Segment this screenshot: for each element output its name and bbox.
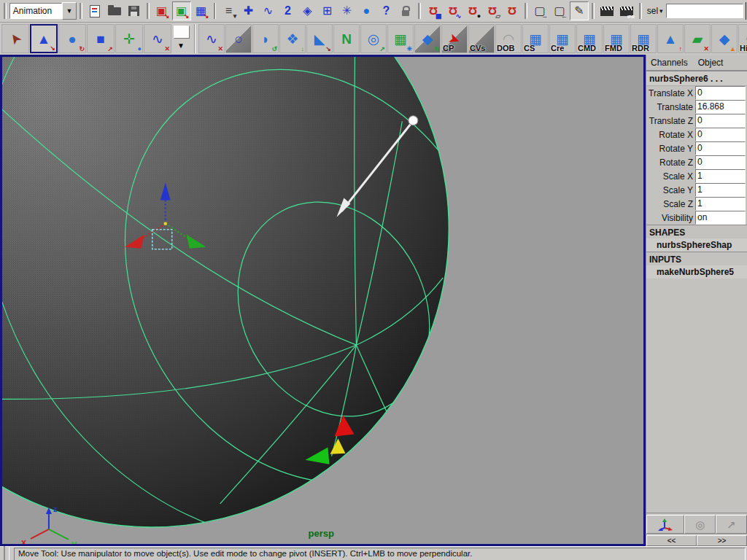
new-scene-button[interactable] [85, 1, 104, 20]
shelf-item-plane-x[interactable]: ▰✕ [684, 24, 711, 53]
channel-value-field[interactable]: 0 [695, 141, 746, 155]
toolbar-separator-handle[interactable] [525, 3, 527, 19]
mask-rendering-button[interactable]: ● [357, 1, 376, 20]
shelf-item-cp[interactable]: ➤CP [441, 24, 468, 53]
toolbar-separator-handle[interactable] [592, 3, 595, 19]
no-manip-button[interactable]: ◎ [684, 515, 716, 534]
channel-value-field[interactable]: 0 [695, 155, 746, 169]
show-manipulator-tool-button[interactable]: ✛● [115, 24, 143, 53]
select-object-button[interactable]: ▣↘ [172, 1, 191, 20]
shelf-item-cvs[interactable]: CVs [468, 24, 495, 53]
show-manip-button[interactable] [646, 515, 684, 534]
snap-view-plane-button[interactable]: Ω▱ [483, 1, 502, 20]
inputs-section-header[interactable]: INPUTS [646, 252, 747, 265]
shelf-item-loft[interactable]: ❖↓ [279, 24, 306, 53]
channel-value-field[interactable]: 1 [695, 183, 746, 197]
shelf-item-surface[interactable]: ▦✳ [387, 24, 414, 53]
menu-set-dropdown-arrow[interactable]: ▼ [62, 2, 77, 20]
mask-points-button[interactable]: ✚ [239, 1, 258, 20]
channel-box-node-name[interactable]: nurbsSphere6 . . . [646, 71, 747, 86]
output-connections-button[interactable]: ▢← [550, 1, 569, 20]
selection-mask-menu[interactable]: sel▾ [645, 6, 665, 16]
save-scene-button[interactable] [125, 1, 144, 20]
channel-speed-slower-button[interactable]: << [646, 535, 697, 546]
toolbar-separator-handle[interactable] [147, 3, 150, 19]
channel-label[interactable]: Translate X [646, 88, 695, 98]
channel-value-field[interactable]: 0 [695, 114, 746, 128]
shelf-item-cre[interactable]: ▦Cre [549, 24, 576, 53]
mask-dynamics-button[interactable]: ✳ [337, 1, 356, 20]
shelf-item-planar[interactable]: ◣↘ [306, 24, 333, 53]
shelf-item-fire[interactable]: ◆▲ [711, 24, 738, 53]
mask-curves-button[interactable]: 2 [278, 1, 297, 20]
channel-label[interactable]: Visibility [646, 213, 695, 223]
shaded-sphere[interactable] [2, 57, 449, 527]
shape-node-name[interactable]: nurbsSphereShap [646, 238, 747, 252]
shelf-item-dob[interactable]: ◠DOB [495, 24, 522, 53]
quick-selection-input[interactable] [666, 4, 743, 18]
mask-deformations-button[interactable]: ⊞ [317, 1, 336, 20]
channel-value-field[interactable]: 0 [695, 128, 746, 141]
render-current-frame-button[interactable] [597, 1, 616, 20]
snap-grid-button[interactable]: Ω▦ [424, 1, 443, 20]
shelf-item-fmd[interactable]: ▦FMD [603, 24, 630, 53]
shelf-tab-selector[interactable]: ▼ [172, 25, 191, 52]
channel-label[interactable]: Scale X [646, 171, 695, 182]
channel-value-field[interactable]: 1 [695, 197, 746, 211]
construction-history-button[interactable]: ✎ [570, 1, 589, 20]
shelf-item-cs[interactable]: ▦CS [522, 24, 549, 53]
object-menu[interactable]: Object [698, 58, 724, 68]
shelf-item-curve[interactable]: N [333, 24, 360, 53]
shelf-item-his[interactable]: ◠His [738, 24, 747, 53]
toolbar-separator-handle[interactable] [4, 3, 7, 19]
toolbar-separator-handle[interactable] [418, 3, 421, 19]
channels-menu[interactable]: Channels [651, 58, 688, 68]
lock-button[interactable] [396, 1, 415, 20]
shelf-item-ep-curve[interactable]: ∿✕ [198, 24, 225, 53]
select-component-button[interactable]: ▦↘ [192, 1, 211, 20]
select-hierarchy-button[interactable]: ▣↘ [152, 1, 171, 20]
open-scene-button[interactable] [105, 1, 124, 20]
input-node-name[interactable]: makeNurbSphere5 [646, 265, 747, 279]
shelf-item-normals[interactable]: ◆N [414, 24, 441, 53]
snap-point-button[interactable]: Ω● [463, 1, 482, 20]
channel-value-field[interactable]: 1 [695, 169, 746, 183]
shelf-item-rdr[interactable]: ▦RDR [630, 24, 657, 53]
scale-tool-button[interactable]: ■↗ [87, 24, 115, 53]
channel-value-field[interactable]: on [695, 211, 746, 225]
shelf-item-pivot[interactable]: ▲↑ [657, 24, 684, 53]
last-tool-button[interactable]: ∿✕ [144, 24, 171, 53]
channel-label[interactable]: Rotate X [646, 130, 695, 140]
snap-mode-button[interactable]: ≡▾ [219, 1, 238, 20]
help-line-handle[interactable] [4, 546, 9, 560]
channel-label[interactable]: Scale Y [646, 185, 695, 195]
perspective-viewport[interactable]: x y z persp [0, 55, 646, 546]
channel-label[interactable]: Rotate Y [646, 144, 695, 154]
move-tool-button[interactable]: ▲↘ [30, 24, 58, 53]
camera-label[interactable]: persp [309, 528, 334, 539]
shelf-item-extrude[interactable]: ◎↗ [360, 24, 387, 53]
shelf-item-cmd[interactable]: ▦CMD [576, 24, 603, 53]
channel-label[interactable]: Translate Z [646, 116, 695, 126]
make-live-button[interactable]: Ω [503, 1, 522, 20]
select-tool-button[interactable]: ➤ [1, 24, 29, 53]
channel-speed-faster-button[interactable]: >> [697, 535, 747, 546]
ipr-render-button[interactable]: IPR [617, 1, 636, 20]
toolbar-separator-handle[interactable] [80, 3, 82, 19]
channel-value-field[interactable]: 0 [695, 86, 746, 100]
shelf-item-circle[interactable]: ○ [225, 24, 252, 53]
mask-handles-button[interactable]: ∿ [258, 1, 277, 20]
menu-set-selector[interactable]: Animation▼ [9, 3, 77, 19]
toolbar-separator-handle[interactable] [639, 3, 642, 19]
channel-label[interactable]: Scale Z [646, 199, 695, 209]
help-mode-button[interactable]: ? [376, 1, 395, 20]
input-connections-button[interactable]: ▢→ [530, 1, 549, 20]
channel-value-field[interactable]: 16.868 [695, 100, 746, 114]
channel-label[interactable]: Rotate Z [646, 158, 695, 168]
viewport-canvas[interactable]: x y z persp [2, 57, 643, 544]
shelf-item-revolve[interactable]: ◗↺ [252, 24, 279, 53]
toolbar-separator-handle[interactable] [214, 3, 217, 19]
mask-surfaces-button[interactable]: ◈ [298, 1, 317, 20]
snap-curve-button[interactable]: Ω∿ [444, 1, 462, 20]
channel-label[interactable]: Translate [646, 102, 695, 112]
